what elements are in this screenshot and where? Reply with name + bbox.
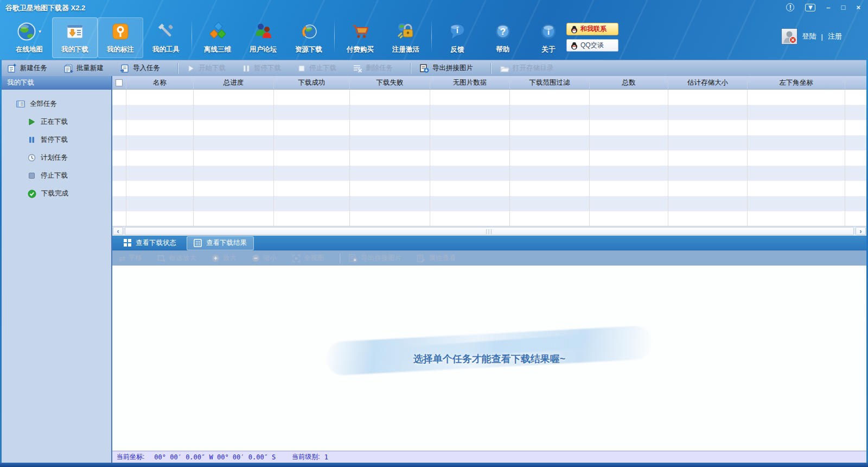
tool-label: 属性查看 <box>429 254 456 263</box>
tab-download-status[interactable]: 查看下载状态 <box>117 236 183 250</box>
svg-text:?: ? <box>500 27 506 37</box>
downloads-icon <box>65 22 85 41</box>
zoom-in-button[interactable]: 放大 <box>212 254 237 263</box>
export-stitched-image-button[interactable]: 导出拼接图片 <box>419 64 473 73</box>
grid-icon <box>124 239 131 247</box>
sidebar-item-completed[interactable]: 下载完成 <box>2 185 111 203</box>
play-icon <box>187 64 195 73</box>
toolbar-item-label: 关于 <box>542 45 556 54</box>
play-icon <box>28 118 36 126</box>
marker-icon <box>111 22 130 41</box>
toolbar-item-label: 帮助 <box>496 45 510 54</box>
task-item-label: 导入任务 <box>133 64 160 73</box>
toolbar-item-online-map[interactable]: ▼ 在线地图 <box>7 17 52 58</box>
tool-label: 平移 <box>129 254 142 263</box>
toolbar-item-my-tools[interactable]: 我的工具 <box>143 17 189 58</box>
import-task-button[interactable]: 导入任务 <box>120 64 160 73</box>
qq-penguin-icon <box>571 25 578 34</box>
sidebar-item-stopped[interactable]: 停止下载 <box>2 167 111 185</box>
toolbar-item-purchase[interactable]: 付费购买 <box>337 17 383 58</box>
column-header-failed[interactable]: 下载失败 <box>350 76 430 89</box>
toolbar-item-user-forum[interactable]: 用户论坛 <box>240 17 286 58</box>
task-table-header: 名称 总进度 下载成功 下载失败 无图片数据 下载范围过滤 总数 估计存储大小 … <box>112 76 866 90</box>
horizontal-scrollbar[interactable]: ‹ ||| › <box>112 226 866 236</box>
sidebar: 我的下载 全部任务 正在下载 <box>2 76 111 463</box>
close-button[interactable]: × <box>856 4 860 11</box>
sidebar-item-all-tasks[interactable]: 全部任务 <box>2 95 111 113</box>
check-icon <box>28 190 36 198</box>
toolbar-item-label: 用户论坛 <box>250 45 277 54</box>
toolbar-item-register-activate[interactable]: 注册激活 <box>383 17 429 58</box>
sidebar-item-label: 停止下载 <box>41 171 68 180</box>
rect-zoom-button[interactable]: 框选放大 <box>157 254 196 263</box>
login-link[interactable]: 登陆 <box>802 31 816 41</box>
avatar[interactable] <box>781 28 797 45</box>
contact-me-button[interactable]: 和我联系 <box>566 23 618 35</box>
zoom-out-button[interactable]: 缩小 <box>252 254 277 263</box>
sidebar-item-scheduled[interactable]: 计划任务 <box>2 149 111 167</box>
export-stitched-image-button-2[interactable]: 导出拼接图片 <box>348 254 401 263</box>
batch-new-icon <box>63 64 73 73</box>
resource-download-icon <box>299 22 318 41</box>
minimize-button[interactable]: – <box>826 4 830 11</box>
register-link[interactable]: 注册 <box>828 31 842 41</box>
tool-label: 导出拼接图片 <box>361 254 401 263</box>
tab-download-results[interactable]: 查看下载结果 <box>187 236 254 250</box>
column-header-extra <box>845 76 866 89</box>
current-coord-label: 当前坐标: <box>117 452 144 462</box>
minimize-to-tray-icon[interactable]: ▼ <box>805 4 815 11</box>
qq-chat-label: QQ交谈 <box>580 41 604 50</box>
delete-task-button[interactable]: 删除任务 <box>353 64 393 73</box>
task-item-label: 停止下载 <box>309 64 336 73</box>
new-task-button[interactable]: 新建任务 <box>7 64 47 73</box>
scroll-right-arrow[interactable]: › <box>856 227 866 235</box>
contact-me-label: 和我联系 <box>580 24 607 34</box>
toolbar-item-feedback[interactable]: i 反馈 <box>435 17 480 58</box>
toolbar-item-about[interactable]: i 关于 <box>526 17 571 58</box>
view-properties-button[interactable]: 属性查看 <box>417 254 456 263</box>
column-header-range-filter[interactable]: 下载范围过滤 <box>510 76 590 89</box>
cubes-3d-icon <box>208 22 227 41</box>
sidebar-header: 我的下载 <box>2 76 111 90</box>
open-storage-dir-button[interactable]: 打开存储目录 <box>500 64 553 73</box>
export-image-icon <box>348 254 358 263</box>
about-window-icon[interactable]: ! <box>786 3 794 11</box>
tool-label: 框选放大 <box>169 254 196 263</box>
column-header-no-image[interactable]: 无图片数据 <box>430 76 510 89</box>
column-header-est-size[interactable]: 估计存储大小 <box>668 76 748 89</box>
select-all-checkbox[interactable] <box>116 79 123 86</box>
stop-download-button[interactable]: 停止下载 <box>297 64 336 73</box>
sidebar-item-paused[interactable]: 暂停下载 <box>2 131 111 149</box>
sidebar-item-label: 正在下载 <box>41 117 68 127</box>
pause-icon <box>28 136 36 144</box>
toolbar-item-my-markers[interactable]: 我的标注 <box>98 17 143 58</box>
task-item-label: 开始下载 <box>199 64 226 73</box>
scroll-left-arrow[interactable]: ‹ <box>113 227 123 235</box>
tool-label: 缩小 <box>263 254 277 263</box>
column-header-bl-coord[interactable]: 左下角坐标 <box>748 76 845 89</box>
batch-new-button[interactable]: 批量新建 <box>63 64 104 73</box>
qq-chat-button[interactable]: QQ交谈 <box>566 39 618 52</box>
toolbar-item-help[interactable]: ? 帮助 <box>480 17 526 58</box>
full-view-button[interactable]: 全视图 <box>292 254 324 263</box>
current-coord-value: 00° 00′ 0.00″ W 00° 00′ 0.00″ S <box>154 453 276 461</box>
column-header-success[interactable]: 下载成功 <box>274 76 350 89</box>
toolbar-item-my-downloads[interactable]: 我的下载 <box>52 17 98 58</box>
maximize-button[interactable]: □ <box>841 4 846 11</box>
task-table-body[interactable] <box>112 90 866 226</box>
toolbar-item-offline-3d[interactable]: 离线三维 <box>195 17 240 58</box>
start-download-button[interactable]: 开始下载 <box>187 64 226 73</box>
sidebar-item-downloading[interactable]: 正在下载 <box>2 113 111 131</box>
pan-button[interactable]: ⇄ 平移 <box>119 254 142 263</box>
main-toolbar: ▼ 在线地图 我的下载 <box>7 17 571 58</box>
sidebar-item-label: 全部任务 <box>30 99 57 109</box>
scrollbar-thumb[interactable]: ||| <box>125 227 854 235</box>
chevron-down-icon[interactable]: ▼ <box>38 29 42 34</box>
column-header-name[interactable]: 名称 <box>126 76 194 89</box>
column-header-progress[interactable]: 总进度 <box>194 76 274 89</box>
toolbar-item-resource-download[interactable]: 资源下载 <box>286 17 331 58</box>
pause-download-button[interactable]: 暂停下载 <box>242 64 281 73</box>
task-item-label: 删除任务 <box>366 64 393 73</box>
column-header-total[interactable]: 总数 <box>590 76 668 89</box>
scrollbar-track[interactable]: ||| <box>124 227 855 235</box>
